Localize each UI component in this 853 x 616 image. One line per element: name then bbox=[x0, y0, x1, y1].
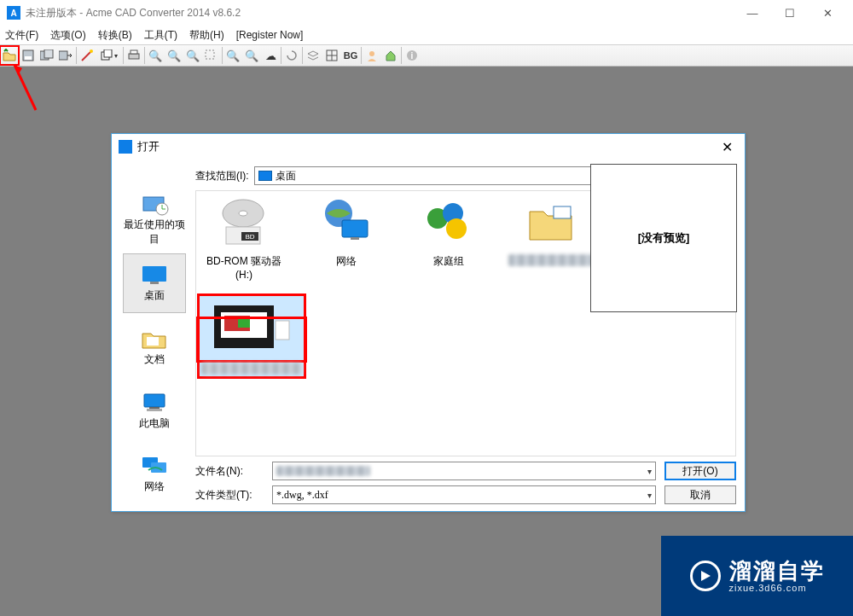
titlebar: A 未注册版本 - Acme CAD Converter 2014 v8.6.2… bbox=[0, 0, 853, 26]
watermark: 溜溜自学 zixue.3d66.com bbox=[661, 536, 853, 616]
place-recent-label: 最近使用的项目 bbox=[124, 218, 185, 247]
place-network-label: 网络 bbox=[144, 479, 165, 494]
filename-combo[interactable]: ▾ bbox=[272, 462, 656, 480]
file-item-folder-blurred[interactable] bbox=[507, 195, 595, 282]
svg-rect-28 bbox=[147, 409, 162, 411]
svg-rect-10 bbox=[206, 50, 214, 59]
watermark-brand: 溜溜自学 bbox=[729, 559, 825, 584]
place-recent[interactable]: 最近使用的项目 bbox=[123, 189, 186, 250]
file-item-bdrom[interactable]: BD BD-ROM 驱动器 (H:) bbox=[200, 195, 288, 282]
file-item-network[interactable]: 网络 bbox=[302, 195, 391, 282]
place-desktop[interactable]: 桌面 bbox=[123, 253, 186, 314]
file-item-label: 网络 bbox=[336, 254, 357, 269]
user-button[interactable] bbox=[363, 46, 381, 65]
blurred-label bbox=[201, 363, 302, 375]
homegroup-icon bbox=[417, 196, 480, 249]
zoom-button[interactable]: 🔍 bbox=[183, 46, 202, 65]
toolbar-separator bbox=[361, 47, 362, 64]
place-this-pc-label: 此电脑 bbox=[139, 416, 170, 431]
place-documents-label: 文档 bbox=[144, 352, 165, 367]
svg-point-5 bbox=[90, 49, 93, 53]
menu-convert[interactable]: 转换(B) bbox=[98, 28, 132, 43]
zoom-window-button[interactable] bbox=[202, 46, 221, 65]
toolbar-separator bbox=[302, 47, 303, 64]
maximize-button[interactable]: ☐ bbox=[771, 1, 809, 25]
filename-value-blurred bbox=[276, 466, 370, 476]
info-button[interactable]: i bbox=[403, 46, 421, 65]
menu-register[interactable]: [Register Now] bbox=[236, 29, 304, 41]
dialog-close-button[interactable]: ✕ bbox=[717, 139, 738, 155]
zoom-extents-button[interactable]: 🔍 bbox=[223, 46, 242, 65]
zoom-reset-button[interactable]: 🔍 bbox=[242, 46, 261, 65]
svg-rect-25 bbox=[147, 337, 159, 346]
globe-monitor-icon bbox=[315, 196, 378, 249]
dialog-title: 打开 bbox=[137, 139, 160, 154]
open-button[interactable]: 打开(O) bbox=[664, 462, 736, 480]
menu-tools[interactable]: 工具(T) bbox=[144, 28, 177, 43]
preview-pane: [没有预览] bbox=[590, 164, 737, 312]
toolbar-separator bbox=[123, 47, 124, 64]
background-color-button[interactable]: BG bbox=[341, 46, 360, 65]
print-button[interactable] bbox=[125, 46, 143, 65]
place-documents[interactable]: 文档 bbox=[123, 317, 186, 377]
toolbar-separator bbox=[222, 47, 223, 64]
svg-point-45 bbox=[446, 218, 467, 239]
menubar: 文件(F) 选项(O) 转换(B) 工具(T) 帮助(H) [Register … bbox=[0, 26, 853, 44]
svg-rect-1 bbox=[25, 56, 32, 60]
filetype-combo[interactable]: *.dwg, *.dxf ▾ bbox=[272, 485, 656, 504]
recent-icon bbox=[139, 192, 170, 216]
window-controls: — ☐ ✕ bbox=[734, 1, 846, 25]
home-button[interactable] bbox=[381, 46, 400, 65]
save-button[interactable] bbox=[19, 46, 38, 65]
wizard-button[interactable] bbox=[78, 46, 96, 65]
blurred-label bbox=[508, 254, 594, 266]
close-button[interactable]: ✕ bbox=[809, 1, 846, 25]
save-as-button[interactable] bbox=[38, 46, 56, 65]
menu-help[interactable]: 帮助(H) bbox=[189, 28, 224, 43]
svg-point-14 bbox=[369, 51, 374, 56]
menu-file[interactable]: 文件(F) bbox=[5, 28, 38, 43]
export-button[interactable] bbox=[56, 46, 75, 65]
computer-icon bbox=[139, 391, 170, 415]
play-icon bbox=[690, 561, 721, 591]
look-in-combo[interactable]: 桌面 ▾ bbox=[254, 166, 647, 185]
minimize-button[interactable]: — bbox=[734, 1, 771, 25]
file-item-label: 家庭组 bbox=[433, 254, 464, 269]
place-this-pc[interactable]: 此电脑 bbox=[123, 381, 186, 441]
network-icon bbox=[139, 454, 170, 478]
svg-rect-26 bbox=[144, 394, 165, 407]
svg-text:BD: BD bbox=[245, 233, 254, 241]
pan-button[interactable]: ☁ bbox=[261, 46, 280, 65]
svg-rect-27 bbox=[149, 407, 160, 409]
chevron-down-icon: ▾ bbox=[647, 467, 652, 476]
svg-rect-23 bbox=[142, 266, 166, 282]
disc-icon: BD bbox=[212, 196, 276, 249]
layers-button[interactable] bbox=[304, 46, 322, 65]
svg-point-36 bbox=[239, 211, 247, 216]
chevron-down-icon: ▾ bbox=[647, 491, 652, 500]
place-network[interactable]: 网络 bbox=[123, 444, 186, 504]
look-in-value: 桌面 bbox=[276, 169, 296, 183]
app-icon: A bbox=[7, 6, 20, 20]
grid-button[interactable] bbox=[322, 46, 341, 65]
cancel-button[interactable]: 取消 bbox=[664, 485, 736, 504]
places-bar: 最近使用的项目 桌面 文档 此电脑 bbox=[120, 166, 189, 504]
menu-options[interactable]: 选项(O) bbox=[50, 28, 85, 43]
folder-icon bbox=[519, 196, 583, 249]
app-title: 未注册版本 - Acme CAD Converter 2014 v8.6.2 bbox=[26, 6, 241, 20]
svg-rect-24 bbox=[150, 282, 159, 284]
file-item-homegroup[interactable]: 家庭组 bbox=[404, 195, 493, 282]
toolbar-separator bbox=[76, 47, 77, 64]
preview-text: [没有预览] bbox=[638, 230, 690, 246]
batch-button[interactable]: ▾ bbox=[96, 46, 122, 65]
file-item-selected[interactable] bbox=[200, 296, 304, 376]
toolbar-separator bbox=[401, 47, 402, 64]
toolbar: ▾ 🔍 🔍 🔍 🔍 🔍 ☁ BG i bbox=[0, 44, 853, 67]
refresh-button[interactable] bbox=[282, 46, 301, 65]
open-file-button[interactable] bbox=[0, 46, 19, 65]
zoom-in-button[interactable]: 🔍 bbox=[146, 46, 165, 65]
zoom-out-button[interactable]: 🔍 bbox=[165, 46, 183, 65]
svg-rect-9 bbox=[131, 50, 137, 54]
svg-rect-3 bbox=[44, 49, 53, 58]
look-in-label: 查找范围(I): bbox=[195, 169, 249, 183]
